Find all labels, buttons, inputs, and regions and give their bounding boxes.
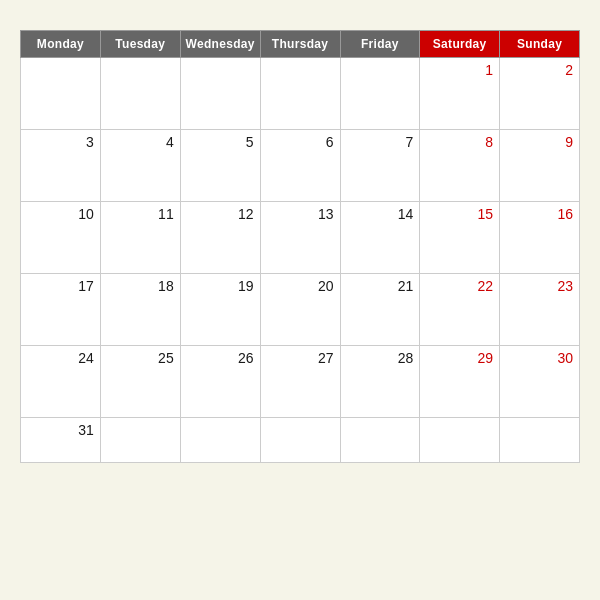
calendar-day[interactable]: 23 bbox=[500, 274, 580, 346]
day-number: 16 bbox=[506, 206, 573, 222]
day-number: 19 bbox=[187, 278, 254, 294]
weekday-headers: MondayTuesdayWednesdayThursdayFridaySatu… bbox=[21, 31, 580, 58]
calendar-day[interactable]: 31 bbox=[21, 418, 101, 463]
day-number: 10 bbox=[27, 206, 94, 222]
calendar-day[interactable] bbox=[100, 418, 180, 463]
weekday-header-sunday: Sunday bbox=[500, 31, 580, 58]
day-number: 31 bbox=[27, 422, 94, 438]
weekday-header-friday: Friday bbox=[340, 31, 420, 58]
day-number: 5 bbox=[187, 134, 254, 150]
day-number: 24 bbox=[27, 350, 94, 366]
calendar-day[interactable]: 28 bbox=[340, 346, 420, 418]
calendar-day[interactable]: 20 bbox=[260, 274, 340, 346]
calendar-week-row: 3456789 bbox=[21, 130, 580, 202]
day-number: 20 bbox=[267, 278, 334, 294]
calendar-day[interactable]: 16 bbox=[500, 202, 580, 274]
day-number: 13 bbox=[267, 206, 334, 222]
calendar-day[interactable]: 17 bbox=[21, 274, 101, 346]
calendar-day[interactable] bbox=[180, 58, 260, 130]
calendar-day[interactable]: 29 bbox=[420, 346, 500, 418]
calendar-day[interactable]: 1 bbox=[420, 58, 500, 130]
calendar-day[interactable]: 11 bbox=[100, 202, 180, 274]
day-number: 17 bbox=[27, 278, 94, 294]
calendar-week-row: 31 bbox=[21, 418, 580, 463]
day-number: 22 bbox=[426, 278, 493, 294]
calendar-day[interactable]: 15 bbox=[420, 202, 500, 274]
day-number: 21 bbox=[347, 278, 414, 294]
day-number: 2 bbox=[506, 62, 573, 78]
day-number: 11 bbox=[107, 206, 174, 222]
calendar-day[interactable] bbox=[21, 58, 101, 130]
calendar-day[interactable] bbox=[500, 418, 580, 463]
calendar-day[interactable] bbox=[180, 418, 260, 463]
calendar-day[interactable]: 25 bbox=[100, 346, 180, 418]
day-number: 6 bbox=[267, 134, 334, 150]
day-number: 18 bbox=[107, 278, 174, 294]
calendar-day[interactable]: 6 bbox=[260, 130, 340, 202]
calendar-day[interactable]: 3 bbox=[21, 130, 101, 202]
weekday-header-monday: Monday bbox=[21, 31, 101, 58]
calendar-header-row: MondayTuesdayWednesdayThursdayFridaySatu… bbox=[21, 31, 580, 58]
day-number: 4 bbox=[107, 134, 174, 150]
day-number: 14 bbox=[347, 206, 414, 222]
calendar-week-row: 24252627282930 bbox=[21, 346, 580, 418]
calendar-day[interactable] bbox=[340, 418, 420, 463]
calendar-body: 1234567891011121314151617181920212223242… bbox=[21, 58, 580, 463]
calendar-day[interactable]: 18 bbox=[100, 274, 180, 346]
calendar-day[interactable] bbox=[420, 418, 500, 463]
calendar-day[interactable]: 21 bbox=[340, 274, 420, 346]
calendar-week-row: 17181920212223 bbox=[21, 274, 580, 346]
day-number: 8 bbox=[426, 134, 493, 150]
calendar-day[interactable]: 19 bbox=[180, 274, 260, 346]
calendar-week-row: 10111213141516 bbox=[21, 202, 580, 274]
day-number: 28 bbox=[347, 350, 414, 366]
calendar-day[interactable]: 2 bbox=[500, 58, 580, 130]
calendar-day[interactable]: 12 bbox=[180, 202, 260, 274]
calendar-day[interactable] bbox=[340, 58, 420, 130]
day-number: 23 bbox=[506, 278, 573, 294]
weekday-header-saturday: Saturday bbox=[420, 31, 500, 58]
calendar-day[interactable] bbox=[260, 418, 340, 463]
weekday-header-wednesday: Wednesday bbox=[180, 31, 260, 58]
calendar-day[interactable]: 27 bbox=[260, 346, 340, 418]
calendar-day[interactable]: 9 bbox=[500, 130, 580, 202]
calendar-day[interactable]: 30 bbox=[500, 346, 580, 418]
day-number: 25 bbox=[107, 350, 174, 366]
day-number: 29 bbox=[426, 350, 493, 366]
weekday-header-thursday: Thursday bbox=[260, 31, 340, 58]
calendar-day[interactable]: 10 bbox=[21, 202, 101, 274]
day-number: 12 bbox=[187, 206, 254, 222]
calendar-day[interactable]: 8 bbox=[420, 130, 500, 202]
calendar-day[interactable]: 7 bbox=[340, 130, 420, 202]
calendar-container: MondayTuesdayWednesdayThursdayFridaySatu… bbox=[20, 0, 580, 463]
calendar-day[interactable]: 13 bbox=[260, 202, 340, 274]
calendar-day[interactable] bbox=[100, 58, 180, 130]
calendar-day[interactable]: 14 bbox=[340, 202, 420, 274]
day-number: 15 bbox=[426, 206, 493, 222]
day-number: 3 bbox=[27, 134, 94, 150]
calendar-day[interactable] bbox=[260, 58, 340, 130]
calendar-day[interactable]: 22 bbox=[420, 274, 500, 346]
calendar-week-row: 12 bbox=[21, 58, 580, 130]
calendar-day[interactable]: 5 bbox=[180, 130, 260, 202]
day-number: 1 bbox=[426, 62, 493, 78]
day-number: 27 bbox=[267, 350, 334, 366]
calendar-day[interactable]: 24 bbox=[21, 346, 101, 418]
calendar-grid: MondayTuesdayWednesdayThursdayFridaySatu… bbox=[20, 30, 580, 463]
calendar-day[interactable]: 26 bbox=[180, 346, 260, 418]
weekday-header-tuesday: Tuesday bbox=[100, 31, 180, 58]
calendar-day[interactable]: 4 bbox=[100, 130, 180, 202]
day-number: 26 bbox=[187, 350, 254, 366]
day-number: 9 bbox=[506, 134, 573, 150]
day-number: 30 bbox=[506, 350, 573, 366]
day-number: 7 bbox=[347, 134, 414, 150]
